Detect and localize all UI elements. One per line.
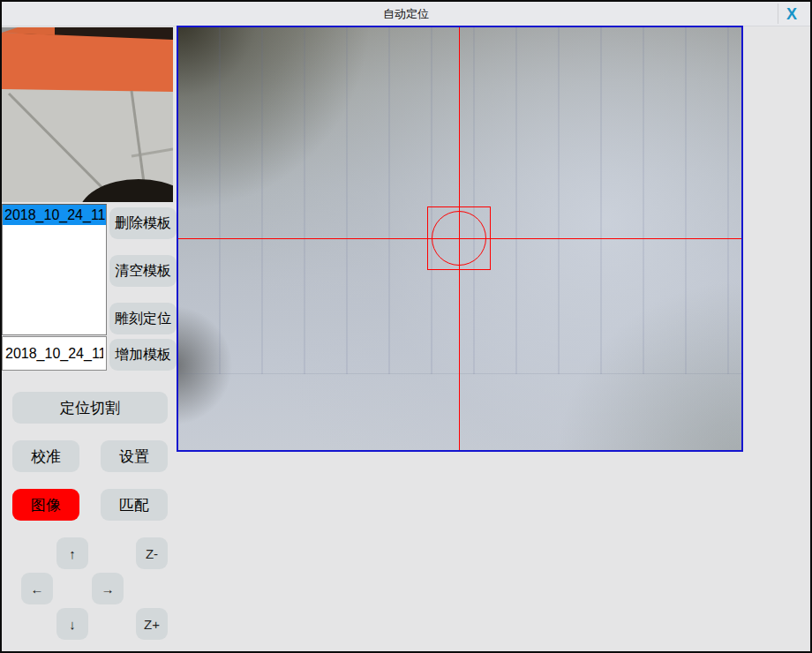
settings-button[interactable]: 设置 — [101, 440, 168, 472]
jog-z-minus-button[interactable]: Z- — [136, 537, 168, 569]
camera-view — [177, 26, 743, 452]
match-button[interactable]: 匹配 — [101, 489, 168, 521]
template-name-input[interactable] — [2, 336, 107, 371]
template-list[interactable]: 2018_10_24_11 — [2, 204, 107, 335]
calibrate-button[interactable]: 校准 — [12, 440, 79, 472]
add-template-button[interactable]: 增加模板 — [109, 339, 177, 371]
template-thumbnail — [2, 27, 173, 202]
jog-left-button[interactable]: ← — [21, 573, 53, 604]
camera-feed — [178, 27, 741, 450]
delete-template-button[interactable]: 删除模板 — [109, 207, 177, 239]
target-circle-marker — [432, 211, 486, 266]
window-title: 自动定位 — [2, 2, 810, 26]
image-button[interactable]: 图像 — [12, 489, 79, 521]
position-cut-button[interactable]: 定位切割 — [12, 392, 168, 424]
template-list-item[interactable]: 2018_10_24_11 — [3, 205, 106, 225]
engrave-position-button[interactable]: 雕刻定位 — [109, 303, 177, 334]
titlebar-divider — [778, 4, 778, 24]
jog-up-button[interactable]: ↑ — [56, 537, 88, 569]
jog-right-button[interactable]: → — [92, 573, 124, 604]
close-icon[interactable]: X — [780, 3, 803, 26]
ceiling-stripes — [178, 27, 741, 374]
jog-down-button[interactable]: ↓ — [56, 608, 88, 640]
jog-z-plus-button[interactable]: Z+ — [136, 608, 168, 640]
thumbnail-image — [2, 27, 173, 202]
title-bar: 自动定位 X — [2, 2, 810, 26]
clear-templates-button[interactable]: 清空模板 — [109, 255, 177, 287]
auto-position-dialog: 自动定位 X 2018_10_24_11 删除模板 清空模板 雕刻定位 增加模板… — [0, 0, 812, 653]
